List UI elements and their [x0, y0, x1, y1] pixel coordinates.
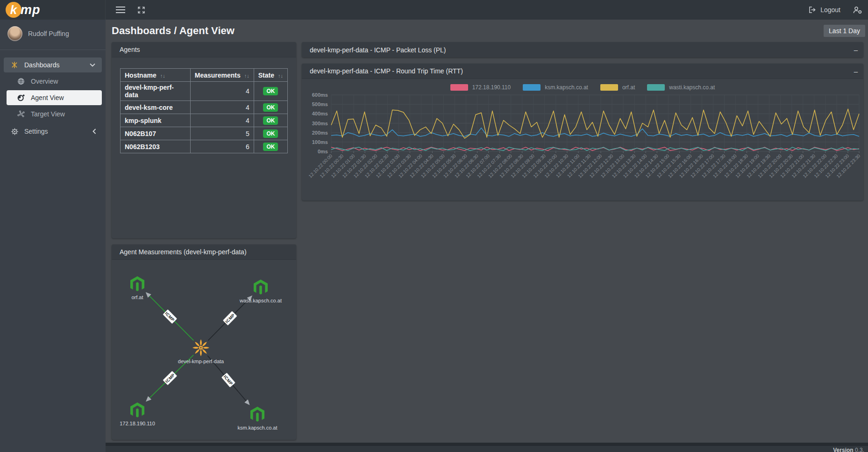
magento-icon — [254, 280, 268, 294]
agent-measurements-panel: Agent Measurements (devel-kmp-perf-data)… — [112, 244, 296, 440]
y-axis-tick-label: 300ms — [312, 121, 328, 126]
column-header-measurements[interactable]: Measurements↑↓ — [190, 69, 254, 82]
gear-icon — [10, 128, 19, 136]
sidebar-item-target-view[interactable]: Target View — [0, 107, 106, 122]
sidebar-item-label: Settings — [24, 128, 48, 135]
legend-item[interactable]: wasti.kapsch.co.at — [647, 84, 715, 91]
sidebar-item-dashboards[interactable]: Dashboards — [4, 57, 102, 72]
measurements-cell: 5 — [190, 127, 254, 140]
y-axis-tick-label: 0ms — [318, 149, 328, 154]
legend-swatch — [647, 84, 665, 91]
agents-table: Hostname↑↓ Measurements↑↓ State↑↓ devel-… — [120, 68, 288, 153]
table-row[interactable]: devel-kmp-perf-data 4 OK — [121, 82, 288, 101]
legend-swatch — [450, 84, 468, 91]
chevron-down-icon — [90, 63, 95, 67]
series-line-orf.at — [331, 109, 859, 138]
legend-item[interactable]: 172.18.190.110 — [450, 84, 511, 91]
diagram-node-172.18.190.110[interactable]: 172.18.190.110 — [120, 402, 155, 426]
legend-swatch — [523, 84, 541, 91]
sidebar-item-overview[interactable]: Overview — [0, 74, 106, 89]
topbar: k mp Logout — [0, 0, 868, 20]
sort-icon: ↑↓ — [244, 73, 249, 79]
page-title: Dashboards / Agent View — [112, 25, 235, 37]
sort-icon: ↑↓ — [278, 73, 283, 79]
user-settings-button[interactable] — [853, 6, 862, 14]
legend-label: wasti.kapsch.co.at — [669, 84, 715, 91]
table-row[interactable]: N062B1203 6 OK — [121, 140, 288, 153]
hostname-cell[interactable]: N062B1203 — [121, 140, 191, 153]
y-axis-tick-label: 600ms — [312, 92, 328, 98]
collapse-button[interactable]: – — [854, 68, 858, 75]
sidebar-divider — [0, 50, 106, 50]
burst-icon — [192, 339, 209, 356]
expand-icon — [137, 6, 145, 14]
sidebar-toggle-button[interactable] — [116, 7, 125, 13]
magento-icon — [250, 407, 264, 422]
measurements-cell: 6 — [190, 140, 254, 153]
hostname-cell[interactable]: devel-ksm-core — [121, 101, 191, 114]
logout-icon — [809, 6, 817, 14]
dashboards-icon — [10, 61, 19, 69]
time-range-button[interactable]: Last 1 Day — [824, 25, 865, 37]
sidebar-item-label: Overview — [31, 78, 58, 85]
agents-panel-header: Agents — [112, 42, 296, 57]
column-header-hostname[interactable]: Hostname↑↓ — [121, 69, 191, 82]
diagram-node-label: devel-kmp-perf-data — [178, 359, 224, 364]
diagram-node-wasti.kapsch.co.at[interactable]: wasti.kapsch.co.at — [239, 280, 282, 303]
version-value: 0.3. — [855, 447, 864, 452]
packet-loss-panel-title: devel-kmp-perf-data - ICMP - Packet Loss… — [310, 46, 446, 54]
sort-icon: ↑↓ — [160, 73, 165, 79]
rtt-panel-title: devel-kmp-perf-data - ICMP - Round Trip … — [310, 67, 463, 75]
y-axis-tick-label: 100ms — [312, 139, 328, 145]
globe-icon — [17, 78, 25, 85]
status-badge: OK — [263, 129, 278, 138]
hostname-cell[interactable]: kmp-splunk — [121, 114, 191, 127]
sidebar-item-label: Dashboards — [24, 61, 60, 69]
measurements-cell: 4 — [190, 82, 254, 101]
table-row[interactable]: kmp-splunk 4 OK — [121, 114, 288, 127]
rtt-panel: devel-kmp-perf-data - ICMP - Round Trip … — [302, 64, 863, 201]
logo-text: mp — [21, 3, 41, 17]
measurements-cell: 4 — [190, 114, 254, 127]
logo-k-icon: k — [6, 2, 21, 18]
status-badge: OK — [263, 103, 278, 112]
measurements-cell: 4 — [190, 101, 254, 114]
hostname-cell[interactable]: N062B107 — [121, 127, 191, 140]
hamburger-icon — [116, 7, 125, 13]
sidebar-menu: Dashboards Overview — [0, 57, 106, 139]
agents-panel-title: Agents — [120, 46, 140, 53]
agents-panel: Agents Hostname↑↓ Measurements↑↓ State↑↓ — [112, 42, 296, 238]
y-axis-tick-label: 500ms — [312, 101, 328, 107]
table-row[interactable]: N062B107 5 OK — [121, 127, 288, 140]
y-axis-tick-label: 400ms — [312, 111, 328, 116]
fullscreen-button[interactable] — [137, 6, 145, 14]
diagram-node-ksm.kapsch.co.at[interactable]: ksm.kapsch.co.at — [238, 407, 277, 430]
collapse-button[interactable]: – — [854, 46, 858, 53]
packet-loss-panel-header: devel-kmp-perf-data - ICMP - Packet Loss… — [302, 42, 863, 57]
status-badge: OK — [263, 87, 278, 95]
version-label: Version — [833, 447, 853, 452]
sidebar-item-settings[interactable]: Settings — [0, 124, 106, 139]
network-icon — [17, 110, 25, 118]
sidebar-item-agent-view[interactable]: Agent View — [7, 90, 102, 105]
agent-measurements-panel-header: Agent Measurements (devel-kmp-perf-data) — [112, 244, 296, 260]
app-logo[interactable]: k mp — [0, 0, 106, 20]
diagram-node-orf.at[interactable]: orf.at — [130, 276, 144, 300]
diagram-node-label: orf.at — [131, 294, 143, 300]
sidebar-item-label: Agent View — [31, 94, 64, 101]
legend-item[interactable]: ksm.kapsch.co.at — [523, 84, 588, 91]
table-row[interactable]: devel-ksm-core 4 OK — [121, 101, 288, 114]
packet-loss-panel: devel-kmp-perf-data - ICMP - Packet Loss… — [302, 42, 863, 57]
logout-button[interactable]: Logout — [809, 6, 840, 14]
column-header-state[interactable]: State↑↓ — [254, 69, 287, 82]
hostname-cell[interactable]: devel-kmp-perf-data — [121, 82, 191, 101]
magento-icon — [130, 276, 144, 291]
topology-diagram: ICMPICMPICMPICMPorf.atwasti.kapsch.co.at… — [112, 260, 295, 440]
rtt-chart: 0ms100ms200ms300ms400ms500ms600ms12.10.2… — [304, 91, 861, 198]
chart-legend: 172.18.190.110ksm.kapsch.co.atorf.atwast… — [304, 84, 861, 91]
user-block[interactable]: Rudolf Puffing — [0, 20, 106, 48]
diagram-node-devel-kmp-perf-data[interactable]: devel-kmp-perf-data — [178, 339, 224, 364]
y-axis-tick-label: 200ms — [312, 130, 328, 136]
legend-item[interactable]: orf.at — [600, 84, 635, 91]
avatar — [7, 26, 22, 41]
